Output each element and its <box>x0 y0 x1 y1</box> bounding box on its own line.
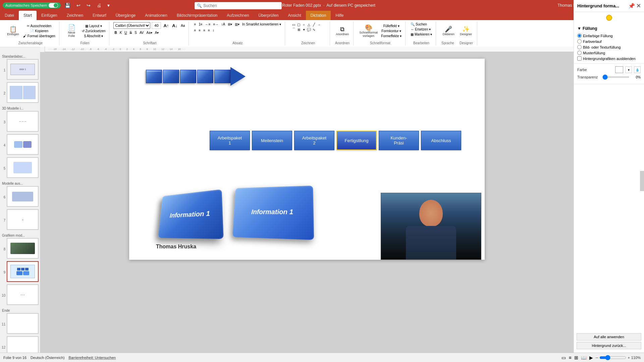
radio-muster-input[interactable] <box>577 51 582 55</box>
fontcolor-btn[interactable]: A▾ <box>154 31 160 35</box>
slide-thumb-6[interactable] <box>7 186 39 207</box>
align-objects-btn[interactable]: ⊞▾ <box>227 22 233 26</box>
shape-line[interactable]: ╱ <box>312 22 316 27</box>
tab-praesentation[interactable]: Bildschirmpräsentation <box>172 11 222 20</box>
shape-rect[interactable]: ▭ <box>291 22 296 27</box>
neue-folie-btn[interactable]: 📄 NeueFolie <box>63 23 80 39</box>
slide-thumb-4[interactable] <box>7 134 39 155</box>
align-center-btn[interactable]: ≡ <box>198 28 202 33</box>
tab-einfuegen[interactable]: Einfügen <box>37 11 62 20</box>
shape-connector[interactable]: ⌒ <box>291 27 296 32</box>
box-arbeitspaket1[interactable]: Arbeitspaket 1 <box>210 131 250 150</box>
tab-zeichnen[interactable]: Zeichnen <box>62 11 88 20</box>
color-circle[interactable] <box>606 15 612 21</box>
tab-start[interactable]: Start <box>19 11 37 20</box>
zoom-in-btn[interactable]: + <box>628 356 630 360</box>
indent-increase-btn[interactable]: ≡→ <box>212 22 220 26</box>
slide-thumb-3[interactable]: ─ ─ ─ <box>7 111 39 132</box>
view-presentation-btn[interactable]: ▶ <box>589 355 593 360</box>
slide-thumb-7[interactable]: x <box>7 209 39 230</box>
shape-more[interactable]: ⊞ <box>297 27 301 32</box>
bold-btn[interactable]: B <box>113 31 118 35</box>
farbe-eyedropper-btn[interactable]: 💧 <box>634 66 641 73</box>
slide-thumb-12[interactable] <box>7 336 39 353</box>
columns-btn[interactable]: ▥▾ <box>234 22 240 26</box>
fuelleffekt-btn[interactable]: Fülleffekt ▾ <box>380 24 402 28</box>
slide-row-8[interactable]: 8 <box>1 238 39 260</box>
indent-decrease-btn[interactable]: ←≡ <box>204 22 212 26</box>
font-decrease-btn[interactable]: A↓ <box>171 23 178 28</box>
shape-rounded[interactable]: ▢ <box>297 22 301 27</box>
align-right-btn[interactable]: ≡ <box>202 28 206 33</box>
info-block-1[interactable]: Information 1 <box>158 189 223 239</box>
redo-button[interactable]: ↪ <box>85 2 93 9</box>
case-btn[interactable]: Aa▾ <box>146 31 153 35</box>
list-bullet-btn[interactable]: ≡ <box>193 22 197 26</box>
shape-freeform[interactable]: ∿ <box>312 27 316 32</box>
farbe-color-box[interactable] <box>615 66 623 73</box>
text-direction-btn[interactable]: ↕A <box>220 22 226 26</box>
tab-animationen[interactable]: Animationen <box>140 11 172 20</box>
scroll-indicator[interactable] <box>640 171 644 191</box>
markieren-btn[interactable]: ▦ Markieren ▾ <box>410 32 433 37</box>
tab-aufzeichnen[interactable]: Aufzeichnen <box>222 11 254 20</box>
radio-farbverlauf-input[interactable] <box>577 39 582 44</box>
slide-thumb-8[interactable] <box>7 238 39 259</box>
slide-row-6[interactable]: 6 <box>1 186 39 208</box>
font-size-input[interactable] <box>152 22 161 29</box>
slide-row-12[interactable]: 12 <box>1 336 39 353</box>
shape-arrow[interactable]: → <box>317 22 321 27</box>
customize-button[interactable]: ▾ <box>105 2 112 9</box>
kopieren-btn[interactable]: 📄 Kopieren <box>22 29 56 33</box>
autosave-switch[interactable] <box>49 3 58 8</box>
farbe-gradient-btn[interactable]: ▾ <box>625 66 632 73</box>
slide-thumb-9[interactable] <box>7 261 39 282</box>
checkbox-hintergrundgrafiken[interactable]: Hintergrundgrafiken ausblenden <box>577 56 641 61</box>
radio-farbverlauf[interactable]: Farbverlauf <box>577 39 641 44</box>
clear-format-btn[interactable]: Aa <box>180 23 186 28</box>
box-arbeitspaket2[interactable]: Arbeitspaket 2 <box>294 131 334 150</box>
autosave-toggle[interactable]: Automatisches Speichern <box>3 2 61 8</box>
schnellformat-btn[interactable]: 🎨 Schnellformatvorlagen <box>358 23 379 39</box>
list-number-btn[interactable]: 1≡ <box>198 22 203 26</box>
layout-btn[interactable]: ▦ Layout ▾ <box>81 24 107 28</box>
slide-row-10[interactable]: 10 ▪ ▪ ▪ <box>1 284 39 306</box>
abschnitt-btn[interactable]: § Abschnitt ▾ <box>81 34 107 38</box>
shape-oval[interactable]: ○ <box>302 22 306 27</box>
slide-thumb-2[interactable] <box>7 82 39 103</box>
tab-ueberpruefen[interactable]: Überprüfen <box>254 11 283 20</box>
slide-thumb-1[interactable]: slide 1 <box>7 59 39 80</box>
formkontur-btn[interactable]: Formkontur ▾ <box>380 29 402 33</box>
view-sort-btn[interactable]: ⊞ <box>574 355 578 360</box>
shape-star[interactable]: ✦ <box>302 27 306 32</box>
checkbox-hintergrundgrafiken-input[interactable] <box>577 56 582 61</box>
tab-datei[interactable]: Datei <box>0 11 19 20</box>
save-button[interactable]: 💾 <box>63 2 72 9</box>
ausschneiden-btn[interactable]: ✂ Ausschneiden <box>22 24 56 28</box>
video-frame[interactable] <box>381 193 481 260</box>
radio-muster[interactable]: Musterfüllung <box>577 51 641 55</box>
font-increase-btn[interactable]: A↑ <box>162 23 170 28</box>
tab-uebergaenge[interactable]: Übergänge <box>111 11 140 20</box>
slide-row-1[interactable]: 1 slide 1 <box>1 59 39 81</box>
panel-close-btn[interactable]: ✕ <box>636 3 641 9</box>
zoom-slider[interactable] <box>599 355 626 360</box>
linespacing-btn[interactable]: ↕ <box>212 28 215 33</box>
slide-row-3[interactable]: 3 ─ ─ ─ <box>1 111 39 133</box>
search-input[interactable] <box>203 3 279 8</box>
einfuegen-btn[interactable]: 📋 Einfügen <box>5 25 21 37</box>
designer-btn[interactable]: ✨ Designer <box>458 25 474 37</box>
transparenz-slider[interactable] <box>602 76 629 78</box>
view-outline-btn[interactable]: ≡ <box>569 355 571 360</box>
radio-einfarbig-input[interactable] <box>577 34 582 38</box>
slide-thumb-5[interactable] <box>7 157 39 178</box>
info-block-2[interactable]: Information 1 <box>232 186 314 240</box>
box-abschluss[interactable]: Abschluss <box>421 131 461 150</box>
strikethrough-btn[interactable]: S <box>129 31 133 35</box>
auf-alle-anwenden-btn[interactable]: Auf alle anwenden <box>577 333 641 341</box>
format-uebertragen-btn[interactable]: 🖌 Format übertragen <box>22 34 56 38</box>
view-normal-btn[interactable]: ▭ <box>561 355 566 360</box>
hintergrund-zurueck-btn[interactable]: Hintergrund zurück... <box>577 342 641 349</box>
suchen-btn[interactable]: 🔍 Suchen <box>410 22 428 26</box>
align-justify-btn[interactable]: ≡ <box>207 28 211 33</box>
